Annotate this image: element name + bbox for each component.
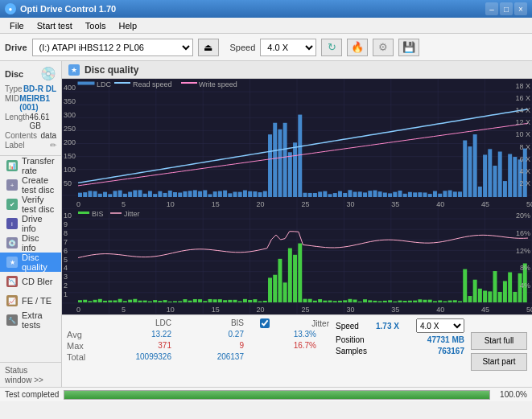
start-part-button[interactable]: Start part bbox=[471, 353, 527, 371]
menu-start-test[interactable]: Start test bbox=[31, 19, 79, 32]
type-value: BD-R DL bbox=[23, 84, 56, 93]
total-ldc: 10099326 bbox=[115, 352, 171, 362]
disc-panel: Disc 💿 Type BD-R DL MID MEIRB1 (001) Len… bbox=[0, 61, 61, 156]
sidebar-item-cd-bler[interactable]: 📉 CD Bler bbox=[0, 272, 61, 291]
settings-icon: ⚙ bbox=[378, 41, 388, 53]
type-label: Type bbox=[5, 84, 23, 93]
total-bis: 206137 bbox=[188, 352, 244, 362]
burn-button[interactable]: 🔥 bbox=[347, 39, 368, 56]
sidebar: Disc 💿 Type BD-R DL MID MEIRB1 (001) Len… bbox=[0, 61, 62, 387]
avg-ldc: 13.22 bbox=[115, 330, 171, 339]
menu-tools[interactable]: Tools bbox=[79, 19, 113, 32]
refresh-button[interactable]: ↻ bbox=[321, 39, 342, 56]
save-icon: 💾 bbox=[402, 41, 415, 53]
app-title: Opti Drive Control 1.70 bbox=[20, 4, 116, 14]
progress-percent: 100.0% bbox=[495, 390, 527, 399]
status-section: Status window >> bbox=[0, 362, 61, 387]
position-label: Position bbox=[336, 335, 365, 344]
avg-bis: 0.27 bbox=[188, 330, 244, 339]
nav-items: 📊 Transfer rate + Create test disc ✔ Ver… bbox=[0, 156, 61, 362]
fe-te-icon: 📈 bbox=[6, 295, 18, 306]
avg-label: Avg bbox=[67, 330, 99, 339]
disc-icon: 💿 bbox=[40, 66, 56, 81]
ldc-header: LDC bbox=[115, 318, 171, 328]
sidebar-item-verify-test-disc[interactable]: ✔ Verify test disc bbox=[0, 195, 61, 214]
drive-select[interactable]: (I:) ATAPI iHBS112 2 PL06 bbox=[32, 39, 193, 56]
contents-label: Contents bbox=[5, 131, 37, 140]
disc-quality-title: Disc quality bbox=[85, 64, 138, 76]
max-ldc: 371 bbox=[115, 341, 171, 351]
max-label: Max bbox=[67, 341, 99, 351]
verify-test-disc-icon: ✔ bbox=[6, 199, 18, 210]
progress-bar-container: Test completed 100.0% bbox=[0, 387, 532, 401]
speed-stats: Speed 1.73 X 4.0 X Position 47731 MB Sam… bbox=[336, 318, 464, 384]
jitter-checkbox[interactable] bbox=[260, 318, 270, 328]
action-buttons: Start full Start part bbox=[471, 318, 527, 384]
speed-label: Speed bbox=[230, 43, 256, 52]
extra-tests-icon: 🔧 bbox=[6, 314, 18, 326]
save-button[interactable]: 💾 bbox=[398, 39, 419, 56]
max-jitter: 16.7% bbox=[260, 341, 316, 351]
stats-table: LDC BIS Jitter Avg 13.22 0.27 13.3% Max … bbox=[67, 318, 329, 384]
jitter-header: Jitter bbox=[273, 319, 329, 328]
total-jitter bbox=[260, 352, 316, 362]
charts-area bbox=[62, 79, 532, 314]
disc-section-title: Disc bbox=[5, 69, 23, 79]
contents-value: data bbox=[41, 131, 56, 140]
speed-stat-label: Speed bbox=[336, 322, 359, 331]
progress-bar-fill bbox=[64, 391, 489, 399]
content-area: ★ Disc quality LDC BIS Jitter bbox=[62, 61, 532, 387]
total-label: Total bbox=[67, 352, 99, 362]
length-label: Length bbox=[5, 113, 30, 130]
menu-help[interactable]: Help bbox=[112, 19, 143, 32]
drive-label: Drive bbox=[5, 43, 27, 52]
speed-stat-value: 1.73 X bbox=[376, 322, 399, 331]
mid-label: MID bbox=[5, 94, 19, 112]
disc-quality-header-icon: ★ bbox=[68, 64, 80, 76]
sidebar-item-disc-quality[interactable]: ★ Disc quality bbox=[0, 253, 61, 272]
bis-header: BIS bbox=[188, 318, 244, 328]
length-value: 46.61 GB bbox=[30, 113, 56, 130]
sidebar-item-create-test-disc[interactable]: + Create test disc bbox=[0, 175, 61, 195]
burn-icon: 🔥 bbox=[351, 41, 364, 53]
progress-bar-background bbox=[64, 390, 490, 400]
sidebar-item-fe-te[interactable]: 📈 FE / TE bbox=[0, 291, 61, 310]
drive-info-icon: i bbox=[6, 218, 18, 229]
sidebar-item-extra-tests[interactable]: 🔧 Extra tests bbox=[0, 310, 61, 330]
bis-chart bbox=[62, 208, 532, 314]
minimize-button[interactable]: – bbox=[485, 2, 498, 15]
toolbar: Drive (I:) ATAPI iHBS112 2 PL06 ⏏ Speed … bbox=[0, 34, 532, 61]
close-button[interactable]: × bbox=[514, 2, 527, 15]
disc-quality-header: ★ Disc quality bbox=[62, 61, 532, 79]
menu-file[interactable]: File bbox=[3, 19, 31, 32]
cd-bler-icon: 📉 bbox=[6, 276, 18, 287]
sidebar-item-disc-info[interactable]: 💿 Disc info bbox=[0, 233, 61, 253]
eject-icon: ⏏ bbox=[204, 42, 212, 53]
sidebar-item-drive-info[interactable]: i Drive info bbox=[0, 214, 61, 233]
label-edit-icon[interactable]: ✏ bbox=[50, 141, 56, 150]
menu-bar: File Start test Tools Help bbox=[0, 18, 532, 34]
ldc-chart bbox=[62, 79, 532, 208]
main-area: Disc 💿 Type BD-R DL MID MEIRB1 (001) Len… bbox=[0, 61, 532, 387]
create-test-disc-icon: + bbox=[6, 179, 18, 191]
label-label: Label bbox=[5, 141, 24, 150]
test-completed-label: Test completed bbox=[5, 390, 59, 399]
disc-quality-icon: ★ bbox=[6, 257, 18, 268]
stats-area: LDC BIS Jitter Avg 13.22 0.27 13.3% Max … bbox=[62, 314, 532, 387]
speed-stat-select[interactable]: 4.0 X bbox=[416, 318, 464, 333]
start-full-button[interactable]: Start full bbox=[471, 332, 527, 350]
title-bar: ● Opti Drive Control 1.70 – □ × bbox=[0, 0, 532, 18]
samples-value: 763167 bbox=[438, 347, 464, 355]
max-bis: 9 bbox=[188, 341, 244, 351]
position-value: 47731 MB bbox=[427, 335, 464, 344]
eject-button[interactable]: ⏏ bbox=[198, 39, 219, 56]
settings-button[interactable]: ⚙ bbox=[373, 39, 394, 56]
maximize-button[interactable]: □ bbox=[500, 2, 513, 15]
status-window-button[interactable]: Status window >> bbox=[5, 366, 43, 384]
mid-value: MEIRB1 (001) bbox=[19, 94, 56, 112]
avg-jitter: 13.3% bbox=[260, 330, 316, 339]
app-icon: ● bbox=[5, 3, 16, 14]
sidebar-item-transfer-rate[interactable]: 📊 Transfer rate bbox=[0, 156, 61, 175]
refresh-icon: ↻ bbox=[328, 41, 336, 53]
speed-select[interactable]: 4.0 X 2.0 X 8.0 X bbox=[260, 39, 316, 56]
